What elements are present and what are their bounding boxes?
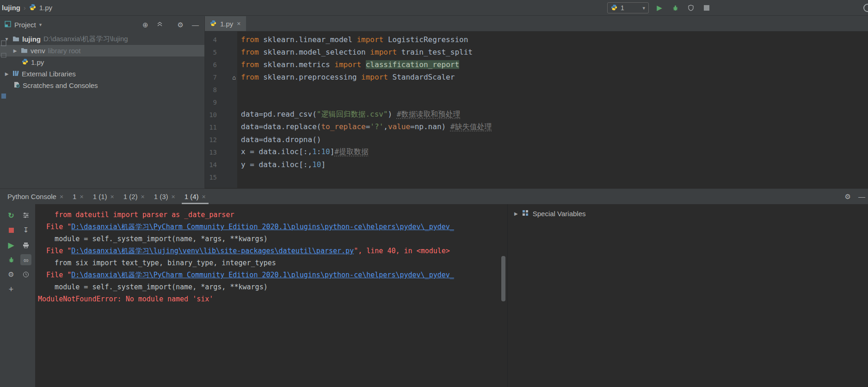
tree-item-project-root[interactable]: ▼ lujing D:\dasanxia\机器学习\lujing (0, 33, 204, 45)
console-tab[interactable]: 1 (3)× (149, 189, 180, 204)
tree-item-suffix: library root (48, 47, 81, 55)
tool-stripe-icon[interactable] (1, 40, 6, 46)
coverage-button[interactable] (686, 3, 696, 13)
add-console-button[interactable]: + (6, 284, 17, 295)
editor-line[interactable]: 8 (205, 83, 868, 96)
collapse-all-icon[interactable] (157, 21, 163, 29)
gear-icon[interactable]: ⚙ (845, 193, 851, 201)
editor-tab[interactable]: 1.py × (205, 16, 246, 31)
close-tab-icon[interactable]: × (237, 20, 240, 27)
stop-button[interactable] (702, 3, 712, 13)
breadcrumb-project[interactable]: lujing (2, 4, 20, 12)
breadcrumb-file[interactable]: 1.py (39, 4, 52, 12)
close-tab-icon[interactable]: × (202, 193, 206, 200)
tree-item-venv[interactable]: ▶ venv library root (0, 45, 204, 56)
close-tab-icon[interactable]: × (110, 193, 114, 200)
editor-tab-label: 1.py (220, 20, 233, 28)
print-icon[interactable] (20, 239, 31, 250)
gear-icon[interactable]: ⚙ (178, 21, 184, 29)
code-text[interactable]: data=pd.read_csv("逻辑回归数据.csv") #数据读取和预处理 (237, 110, 460, 119)
code-segment: data=pd.read_csv( (241, 110, 317, 119)
settings-filter-icon[interactable] (20, 210, 31, 221)
console-tab[interactable]: 1 (2)× (119, 189, 149, 204)
scroll-to-end-icon[interactable]: ↧ (20, 225, 31, 236)
debug-button[interactable] (670, 3, 680, 13)
hide-panel-icon[interactable]: ― (858, 193, 865, 200)
search-everywhere-icon[interactable] (863, 4, 868, 12)
stack-trace-link[interactable]: D:\dasanxia\机器学习\PyCharm Community Editi… (71, 271, 454, 279)
tree-item-scratches[interactable]: Scratches and Consoles (0, 80, 204, 91)
stop-button[interactable] (6, 225, 17, 236)
close-tab-icon[interactable]: × (60, 193, 63, 200)
chevron-right-icon[interactable]: ▶ (12, 48, 18, 53)
editor-line[interactable]: 14y = data.iloc[:,10] (205, 158, 868, 171)
code-segment: from (241, 60, 259, 69)
editor-scrollbar[interactable] (863, 31, 868, 188)
chevron-right-icon[interactable]: ▶ (4, 71, 10, 76)
console-tab[interactable]: 1× (68, 189, 88, 204)
project-panel-title[interactable]: Project (14, 21, 36, 29)
rerun-button[interactable]: ↻ (6, 210, 17, 221)
run-configuration-name: 1 (621, 4, 624, 12)
debug-button[interactable] (6, 254, 17, 265)
close-tab-icon[interactable]: × (172, 193, 175, 200)
line-number: 13 (205, 149, 237, 156)
fold-marker-icon[interactable]: ⌂ (232, 74, 236, 81)
code-text[interactable]: data=data.replace(to_replace='?',value=n… (237, 122, 492, 132)
tree-item-external-libraries[interactable]: ▶ External Libraries (0, 68, 204, 80)
editor-line[interactable]: 7⌂from sklearn.preprocessing import Stan… (205, 71, 868, 83)
history-icon[interactable] (20, 269, 31, 280)
tree-item-label: External Libraries (22, 70, 76, 78)
console-tab-label: 1 (3) (154, 193, 168, 200)
run-button[interactable]: ▶ (654, 3, 665, 13)
chevron-right-icon[interactable]: ▶ (514, 211, 518, 216)
stack-trace-link[interactable]: D:\dasanxia\机器学习\PyCharm Community Editi… (71, 223, 454, 231)
code-text[interactable]: data=data.dropna() (237, 135, 321, 144)
close-tab-icon[interactable]: × (80, 193, 83, 200)
code-segment: sklearn.model_selection (259, 48, 370, 56)
code-text[interactable]: y = data.iloc[:,10] (237, 160, 326, 169)
tree-item-file[interactable]: 1.py (0, 56, 204, 68)
run-configuration-select[interactable]: 1 ▾ (607, 2, 649, 13)
console-text: File " (38, 223, 71, 231)
console-output[interactable]: from dateutil import parser as _date_par… (35, 204, 507, 387)
editor-line[interactable]: 11data=data.replace(to_replace='?',value… (205, 121, 868, 133)
run-button[interactable]: ▶ (6, 239, 17, 250)
chevron-down-icon[interactable]: ▾ (39, 22, 42, 28)
code-segment: sklearn.metrics (259, 60, 335, 69)
editor-line[interactable]: 15 (205, 171, 868, 183)
code-text[interactable]: from sklearn.preprocessing import Standa… (237, 73, 455, 81)
tool-stripe-icon[interactable] (1, 93, 6, 99)
special-variables-header[interactable]: ▶ Special Variables (514, 210, 868, 218)
editor-line[interactable]: 6from sklearn.metrics import classificat… (205, 58, 868, 71)
code-segment: , (383, 122, 388, 131)
tool-stripe-icon[interactable] (1, 52, 6, 58)
editor-line[interactable]: 13x = data.iloc[:,1:10]#提取数据 (205, 146, 868, 158)
code-segment: sklearn.linear_model (259, 35, 357, 44)
code-text[interactable]: from sklearn.model_selection import trai… (237, 48, 473, 56)
editor-line[interactable]: 5from sklearn.model_selection import tra… (205, 46, 868, 58)
code-text[interactable]: from sklearn.linear_model import Logisti… (237, 35, 468, 44)
code-segment: value (388, 122, 410, 131)
editor-line[interactable]: 10data=pd.read_csv("逻辑回归数据.csv") #数据读取和预… (205, 108, 868, 121)
gear-icon[interactable]: ⚙ (6, 269, 17, 280)
console-tab[interactable]: 1 (1)× (88, 189, 119, 204)
code-segment: #数据读取和预处理 (397, 110, 461, 119)
editor-line[interactable]: 4from sklearn.linear_model import Logist… (205, 33, 868, 46)
stack-trace-link[interactable]: D:\dasanxia\机器学习\lujing\venv\lib\site-pa… (71, 247, 354, 255)
editor-line[interactable]: 9 (205, 96, 868, 108)
soft-wrap-icon[interactable]: ∞ (20, 254, 31, 265)
editor-body[interactable]: 4from sklearn.linear_model import Logist… (205, 31, 868, 188)
code-text[interactable]: x = data.iloc[:,1:10]#提取数据 (237, 147, 369, 157)
console-scrollbar[interactable] (501, 256, 505, 301)
main-toolbar: lujing › 1.py 1 ▾ ▶ (0, 0, 868, 16)
console-tab[interactable]: Python Console× (3, 189, 68, 204)
console-tab[interactable]: 1 (4)× (180, 189, 210, 204)
line-number: 4 (205, 36, 237, 44)
locate-file-icon[interactable]: ⊕ (142, 21, 148, 29)
close-tab-icon[interactable]: × (141, 193, 145, 200)
editor-line[interactable]: 12data=data.dropna() (205, 133, 868, 146)
hide-panel-icon[interactable]: ― (192, 21, 199, 29)
console-text: File " (38, 271, 71, 279)
code-text[interactable]: from sklearn.metrics import classificati… (237, 60, 459, 69)
